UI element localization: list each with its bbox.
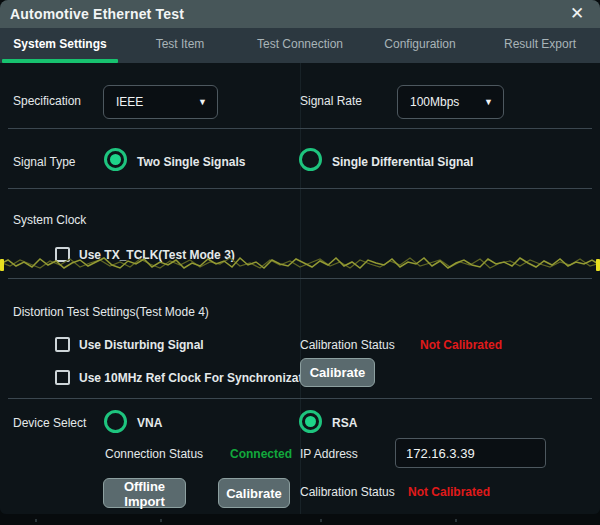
chevron-down-icon: ▼ — [198, 97, 207, 107]
tab-test-item[interactable]: Test Item — [120, 28, 240, 63]
signal-rate-label: Signal Rate — [300, 94, 362, 108]
oscilloscope-screen: Automotive Ethernet Test ✕ System Settin… — [0, 0, 600, 525]
use-disturbing-signal-checkbox[interactable] — [55, 337, 70, 352]
radio-rsa-label: RSA — [332, 416, 357, 430]
signal-rate-value: 100Mbps — [410, 95, 459, 109]
radio-dot — [305, 416, 316, 427]
offline-import-button[interactable]: Offline Import — [103, 478, 186, 508]
tab-bar: System Settings Test Item Test Connectio… — [0, 28, 600, 63]
connection-status-label: Connection Status — [105, 447, 203, 461]
signal-rate-dropdown[interactable]: 100Mbps ▼ — [397, 85, 504, 119]
automotive-ethernet-test-dialog: Automotive Ethernet Test ✕ System Settin… — [0, 0, 600, 514]
radio-vna-label: VNA — [137, 416, 162, 430]
noise-waveform-trace — [0, 255, 600, 273]
use-10mhz-refclock-checkbox[interactable] — [55, 370, 70, 385]
distortion-calibrate-button[interactable]: Calibrate — [300, 358, 375, 387]
specification-label: Specification — [13, 94, 81, 108]
radio-two-single-signals[interactable] — [104, 148, 127, 171]
device-calibration-status-label: Calibration Status — [300, 485, 395, 499]
waveform-right-marker — [596, 259, 600, 271]
chevron-down-icon: ▼ — [484, 97, 493, 107]
tab-system-settings[interactable]: System Settings — [0, 28, 120, 63]
tab-label: Test Connection — [257, 37, 343, 51]
tab-label: Configuration — [384, 37, 455, 51]
device-calibration-status-value: Not Calibrated — [408, 485, 490, 499]
tab-label: System Settings — [13, 37, 106, 51]
radio-dot — [110, 154, 121, 165]
signal-type-label: Signal Type — [13, 155, 76, 169]
tab-label: Result Export — [504, 37, 576, 51]
distortion-calibration-status-label: Calibration Status — [300, 338, 395, 352]
ip-address-label: IP Address — [300, 447, 358, 461]
section-divider — [8, 128, 592, 129]
waveform-left-marker — [0, 259, 4, 271]
connection-status-value: Connected — [230, 447, 292, 461]
radio-single-differential-signal-label: Single Differential Signal — [332, 155, 473, 169]
section-divider — [8, 188, 592, 189]
distortion-calibration-status-value: Not Calibrated — [420, 338, 502, 352]
use-10mhz-refclock-label: Use 10MHz Ref Clock For Synchronization — [79, 371, 320, 385]
distortion-section-label: Distortion Test Settings(Test Mode 4) — [13, 305, 209, 319]
radio-vna[interactable] — [104, 410, 127, 433]
device-select-label: Device Select — [13, 416, 86, 430]
radio-dot — [305, 154, 316, 165]
device-calibrate-button[interactable]: Calibrate — [218, 478, 290, 508]
specification-dropdown[interactable]: IEEE ▼ — [103, 85, 218, 119]
radio-single-differential-signal[interactable] — [299, 148, 322, 171]
ip-address-input[interactable] — [395, 438, 546, 468]
section-divider — [8, 398, 592, 399]
tab-result-export[interactable]: Result Export — [480, 28, 600, 63]
tab-configuration[interactable]: Configuration — [360, 28, 480, 63]
dialog-titlebar: Automotive Ethernet Test ✕ — [0, 0, 600, 28]
system-settings-panel: Specification IEEE ▼ Signal Rate 100Mbps… — [0, 63, 600, 514]
dialog-title: Automotive Ethernet Test — [10, 0, 184, 28]
section-divider — [8, 278, 592, 279]
close-icon[interactable]: ✕ — [562, 0, 592, 28]
system-clock-section-label: System Clock — [13, 213, 86, 227]
radio-rsa[interactable] — [299, 410, 322, 433]
screen-bottom-strip — [0, 514, 600, 525]
radio-two-single-signals-label: Two Single Signals — [137, 155, 245, 169]
specification-value: IEEE — [116, 95, 143, 109]
radio-dot — [110, 416, 121, 427]
tab-label: Test Item — [156, 37, 205, 51]
tab-test-connection[interactable]: Test Connection — [240, 28, 360, 63]
use-disturbing-signal-label: Use Disturbing Signal — [79, 338, 204, 352]
